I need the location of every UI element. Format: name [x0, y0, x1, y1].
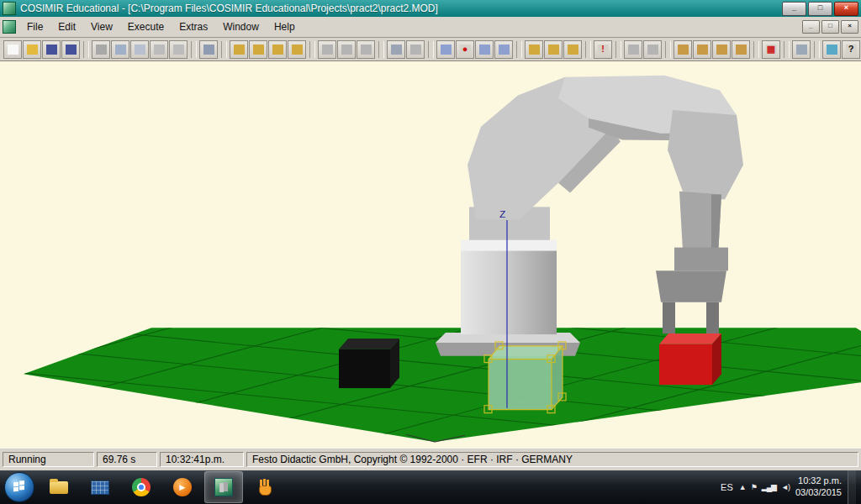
- place-object-button[interactable]: [732, 40, 750, 59]
- workcell-scene[interactable]: Z: [0, 61, 861, 448]
- show-desktop-button[interactable]: [848, 470, 856, 504]
- volume-icon[interactable]: ◄): [781, 483, 790, 491]
- menu-help[interactable]: Help: [267, 18, 303, 36]
- hand-icon: [256, 478, 274, 496]
- new-file-icon: [8, 45, 18, 55]
- toolbar-separator: [814, 41, 820, 58]
- paste-icon: [135, 45, 145, 55]
- measure-tool-button[interactable]: [643, 40, 662, 59]
- hidden-icons-icon[interactable]: ▲: [739, 483, 746, 491]
- toolbar-separator: [378, 41, 384, 58]
- menu-edit[interactable]: Edit: [50, 18, 83, 36]
- print-button[interactable]: [199, 40, 218, 59]
- compile-stop-button[interactable]: !: [594, 40, 612, 59]
- mdi-restore-button[interactable]: □: [821, 20, 839, 34]
- menu-view[interactable]: View: [83, 18, 120, 36]
- model-explorer-button[interactable]: [822, 40, 841, 59]
- measure-tool-icon: [647, 45, 658, 55]
- diagram-icon: [361, 45, 372, 55]
- toolbar-separator: [665, 41, 671, 58]
- project-download-icon: [568, 45, 578, 55]
- taskbar-remote-button[interactable]: [81, 471, 119, 503]
- io-monitor-button[interactable]: ▦: [762, 40, 780, 59]
- window-layout-icon: [796, 45, 807, 55]
- redo-icon: [173, 45, 184, 55]
- action-center-icon[interactable]: ⚑: [751, 483, 757, 491]
- oscilloscope-icon: [341, 45, 352, 55]
- new-file-button[interactable]: [3, 40, 22, 59]
- project-download-button[interactable]: [563, 40, 582, 59]
- context-help-button[interactable]: ?: [842, 40, 860, 59]
- menu-file[interactable]: File: [19, 18, 50, 36]
- message-list-button[interactable]: [436, 40, 455, 59]
- window-layout-button[interactable]: [792, 40, 811, 59]
- document-icon[interactable]: [3, 20, 16, 34]
- minimize-button[interactable]: _: [782, 2, 806, 16]
- language-indicator[interactable]: ES: [721, 482, 733, 492]
- camera-view-button[interactable]: [406, 40, 425, 59]
- diagram-button[interactable]: [357, 40, 375, 59]
- project-compile-button[interactable]: [544, 40, 563, 59]
- close-button[interactable]: ×: [834, 2, 858, 16]
- watch-list-button[interactable]: [475, 40, 494, 59]
- taskbar-hand-button[interactable]: [246, 471, 284, 503]
- taskbar-media-button[interactable]: ▶: [163, 471, 202, 503]
- move-object-button[interactable]: [693, 40, 711, 59]
- robot-wrist: [674, 248, 728, 271]
- copy-icon: [115, 45, 126, 55]
- z-axis-label: Z: [499, 208, 505, 220]
- black-workpiece[interactable]: [339, 339, 399, 388]
- taskbar-chrome-button[interactable]: [122, 471, 161, 503]
- save-file-button[interactable]: [42, 40, 61, 59]
- undo-button[interactable]: [150, 40, 168, 59]
- 3d-viewport[interactable]: Z: [0, 61, 861, 448]
- chart-view-button[interactable]: [318, 40, 336, 59]
- taskbar-explorer-button[interactable]: [40, 471, 78, 503]
- variable-list-button[interactable]: [494, 40, 513, 59]
- toolbar-separator: [784, 41, 790, 58]
- status-clock: 10:32:41p.m.: [160, 452, 244, 467]
- toolbar-separator: [585, 41, 591, 58]
- grab-object-icon: [678, 45, 689, 55]
- grab-object-button[interactable]: [673, 40, 692, 59]
- copy-button[interactable]: [111, 40, 129, 59]
- undo-icon: [154, 45, 165, 55]
- robot-workcell-icon: [292, 45, 303, 55]
- redo-button[interactable]: [169, 40, 188, 59]
- render-view-button[interactable]: [387, 40, 405, 59]
- save-workcell-button[interactable]: [61, 40, 80, 59]
- taskbar-clock[interactable]: 10:32 p.m. 03/03/2015: [795, 475, 842, 499]
- status-state: Running: [3, 452, 94, 467]
- start-button[interactable]: [4, 472, 34, 502]
- robot-workcell-button[interactable]: [288, 40, 306, 59]
- stop-execution-button[interactable]: ●: [456, 40, 474, 59]
- pointer-tool-icon: [628, 45, 639, 55]
- rotate-object-icon: [716, 45, 727, 55]
- project-open-button[interactable]: [525, 40, 543, 59]
- network-icon[interactable]: ▂▄▆: [762, 483, 776, 491]
- mdi-minimize-button[interactable]: _: [802, 20, 820, 34]
- menu-window[interactable]: Window: [215, 18, 267, 36]
- paste-button[interactable]: [130, 40, 149, 59]
- chrome-icon: [132, 478, 151, 496]
- robot-joint-button[interactable]: [268, 40, 287, 59]
- compile-stop-icon: !: [598, 45, 609, 55]
- open-file-button[interactable]: [23, 40, 41, 59]
- menu-execute[interactable]: Execute: [120, 18, 172, 36]
- menu-extras[interactable]: Extras: [172, 18, 215, 36]
- app-icon[interactable]: [3, 2, 16, 15]
- remote-icon: [91, 480, 109, 495]
- rotate-object-button[interactable]: [712, 40, 731, 59]
- restore-button[interactable]: □: [808, 2, 832, 16]
- robot-position-button[interactable]: [230, 40, 248, 59]
- cut-button[interactable]: [92, 40, 110, 59]
- mdi-close-button[interactable]: ×: [841, 20, 858, 34]
- green-workpiece-selected[interactable]: [484, 342, 566, 413]
- pointer-tool-button[interactable]: [624, 40, 642, 59]
- oscilloscope-button[interactable]: [337, 40, 356, 59]
- taskbar-cosimir-button[interactable]: [204, 471, 243, 503]
- robot-tool-button[interactable]: [249, 40, 267, 59]
- statusbar: Running 69.76 s 10:32:41p.m. Festo Didac…: [0, 448, 861, 470]
- red-workpiece[interactable]: [659, 333, 721, 385]
- titlebar: COSIMIR Educational - [C:\Program Files\…: [0, 0, 861, 17]
